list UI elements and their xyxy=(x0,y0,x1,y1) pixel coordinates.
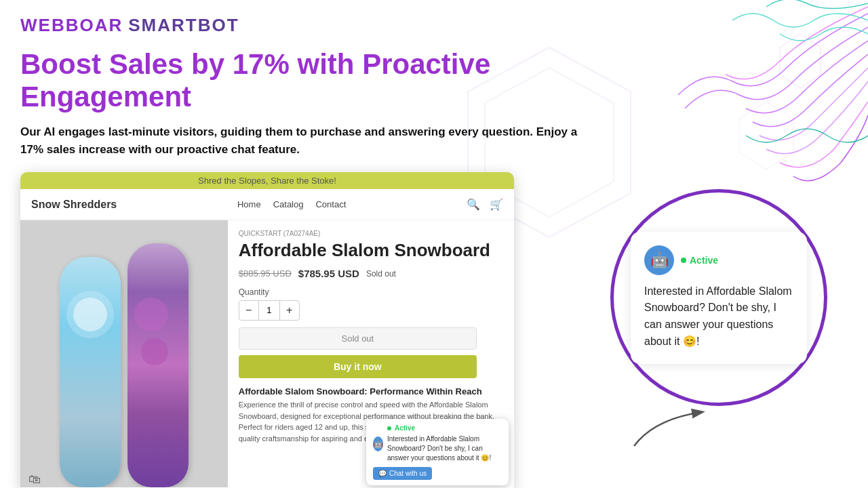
sold-out-badge: Sold out xyxy=(366,269,396,279)
buy-now-button[interactable]: Buy it now xyxy=(239,355,477,378)
hero-subtext: Our AI engages last-minute visitors, gui… xyxy=(20,123,597,159)
price-sale: $785.95 USD xyxy=(298,268,359,279)
logo-webboar: WEBBOAR xyxy=(20,15,123,36)
chat-circle: 🤖 Active Interested in Affordable Slalom… xyxy=(610,189,827,406)
content-area: Shred the Slopes, Share the Stoke! Snow … xyxy=(20,172,848,488)
browser-mockup: Shred the Slopes, Share the Stoke! Snow … xyxy=(20,172,514,488)
logo: WEBBOAR SMARTBOT xyxy=(20,15,848,36)
shop-nav-links: Home Catalog Contact xyxy=(237,199,346,209)
chat-widget-header: Active xyxy=(387,424,502,432)
logo-smartbot: SMARTBOT xyxy=(128,15,239,36)
product-sku: QUICKSTART (7A0274AE) xyxy=(239,230,503,237)
cart-icon[interactable]: 🛒 xyxy=(490,198,503,211)
search-icon[interactable]: 🔍 xyxy=(467,198,480,211)
arrow-graphic xyxy=(627,399,709,453)
chat-bubble-icon: 💬 xyxy=(378,470,387,477)
page-wrapper: WEBBOAR SMARTBOT Boost Sales by 17% with… xyxy=(0,0,868,488)
active-label-large: Active xyxy=(690,255,718,266)
shopify-icon: 🛍 xyxy=(28,472,41,487)
active-dot-small xyxy=(387,426,391,430)
chat-with-us-label: Chat with us xyxy=(389,470,427,477)
product-pricing: $885.95 USD $785.95 USD Sold out xyxy=(239,268,503,279)
product-title: Affordable Slalom Snowboard xyxy=(239,240,503,261)
nav-link-catalog[interactable]: Catalog xyxy=(273,199,304,209)
nav-link-contact[interactable]: Contact xyxy=(315,199,346,209)
bot-avatar-small: 🤖 xyxy=(373,436,383,451)
chat-bubble-inner: 🤖 Active Interested in Affordable Slalom… xyxy=(631,232,807,364)
quantity-label: Quantity xyxy=(239,287,503,297)
chat-widget-small: 🤖 Active Interested in Affordable Slalom… xyxy=(366,419,509,485)
chat-message-small: Interested in Affordable Slalom Snowboar… xyxy=(387,434,502,463)
nav-link-home[interactable]: Home xyxy=(237,199,261,209)
snowboard-right-image xyxy=(127,243,189,487)
bubble-text: Interested in Affordable Slalom Snowboar… xyxy=(644,283,793,350)
product-images xyxy=(20,220,228,487)
quantity-plus-button[interactable]: + xyxy=(280,301,299,320)
snowboard-left-image xyxy=(60,257,121,487)
bot-avatar-large: 🤖 xyxy=(644,245,674,275)
shop-nav: Snow Shredders Home Catalog Contact 🔍 🛒 xyxy=(20,189,514,220)
bubble-header: 🤖 Active xyxy=(644,245,793,275)
quantity-minus-button[interactable]: − xyxy=(239,301,258,320)
active-label-small: Active xyxy=(395,424,415,432)
product-desc-title: Affordable Slalom Snowboard: Performance… xyxy=(239,386,503,396)
quantity-control: − 1 + xyxy=(239,300,300,321)
price-original: $885.95 USD xyxy=(239,268,292,279)
chat-with-us-button[interactable]: 💬 Chat with us xyxy=(373,467,432,480)
active-dot-large xyxy=(681,258,686,263)
hero-heading: Boost Sales by 17% with Proactive Engage… xyxy=(20,48,631,114)
active-status: Active xyxy=(681,255,718,266)
sold-out-button[interactable]: Sold out xyxy=(239,327,477,350)
shop-nav-icons: 🔍 🛒 xyxy=(467,198,503,211)
browser-banner: Shred the Slopes, Share the Stoke! xyxy=(20,172,514,189)
quantity-value: 1 xyxy=(258,301,280,320)
shop-brand: Snow Shredders xyxy=(31,199,117,211)
